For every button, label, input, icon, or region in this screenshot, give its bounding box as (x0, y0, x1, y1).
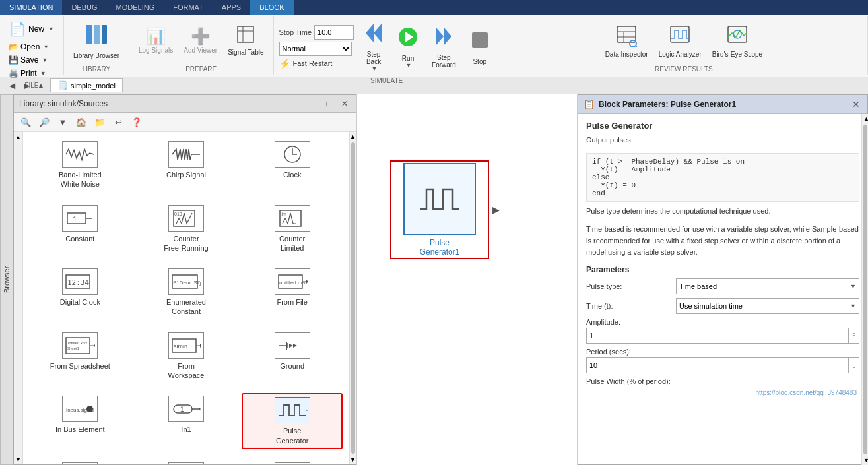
new-button[interactable]: 📄 New ▼ (5, 18, 58, 40)
menu-tab-format[interactable]: FORMAT (164, 0, 213, 15)
canvas-pulse-generator-block[interactable]: ▶ PulseGenerator1 (390, 160, 489, 259)
ground-icon (275, 332, 310, 359)
lib-dropdown-button[interactable]: ▼ (55, 115, 71, 129)
add-viewer-button[interactable]: ➕ Add Viewer (180, 24, 221, 57)
nav-forward-button[interactable]: ▶ (20, 79, 33, 92)
lib-item-enumerated-constant[interactable]: S1DemoSign.Positive EnumeratedConstant (136, 266, 237, 319)
counter-limited-icon: lim (275, 205, 310, 232)
svg-point-56 (86, 406, 93, 412)
panel-minimize-button[interactable]: — (307, 98, 319, 109)
svg-marker-45 (94, 344, 95, 348)
model-tab[interactable]: 🗒️ simple_model (50, 78, 123, 92)
svg-rect-3 (238, 26, 253, 42)
lib-item-clock[interactable]: Clock (242, 139, 343, 192)
lib-scroll-up[interactable]: ▲ (15, 133, 22, 140)
lib-nav-back-button[interactable]: ↩ (110, 115, 126, 129)
lib-scroll-right-down[interactable]: ▼ (349, 455, 356, 464)
lib-item-in1[interactable]: 1 In1 (136, 393, 237, 449)
print-button[interactable]: 🖨️ Print ▼ (5, 67, 58, 79)
lib-home-button[interactable]: 🏠 (73, 115, 89, 129)
lib-item-counter-limited[interactable]: lim CounterLimited (242, 202, 343, 256)
lib-item-random-number[interactable]: RandomNumber (136, 460, 237, 464)
time-control[interactable]: Use simulation time ▼ (676, 298, 859, 314)
pulse-type-control[interactable]: Time based ▼ (676, 278, 859, 294)
stop-time-input[interactable] (314, 25, 354, 40)
pulse-width-label: Pulse Width (% of period): (586, 377, 859, 385)
amplitude-input[interactable] (587, 328, 848, 343)
params-scroll-up[interactable]: ▲ (862, 114, 868, 123)
nav-back-button[interactable]: ◀ (5, 79, 18, 92)
step-back-button[interactable]: StepBack ▼ (359, 18, 388, 75)
library-toolbar: 🔍 🔎 ▼ 🏠 📁 ↩ ❓ (14, 113, 356, 132)
signal-table-button[interactable]: Signal Table (224, 22, 267, 59)
param-section-period: Period (secs): ⋮ (586, 348, 859, 373)
panel-maximize-button[interactable]: □ (323, 98, 335, 109)
lib-item-ground[interactable]: Ground (242, 330, 343, 383)
logic-analyzer-icon (668, 24, 692, 49)
amplitude-menu-button[interactable]: ⋮ (848, 328, 859, 344)
mode-select[interactable]: Normal Accelerator Rapid Accelerator (279, 42, 352, 56)
params-close-button[interactable]: ✕ (850, 98, 862, 110)
menu-tab-block[interactable]: BLOCK (250, 0, 293, 15)
new-dropdown-arrow: ▼ (48, 26, 54, 32)
period-input-row: ⋮ (586, 357, 859, 373)
lib-search-button[interactable]: 🔍 (18, 115, 34, 129)
lib-item-from-file[interactable]: untitled.mat From File (242, 266, 343, 319)
lib-item-ramp[interactable]: Ramp (30, 460, 131, 464)
panel-close-button[interactable]: ✕ (339, 98, 351, 109)
lib-item-constant[interactable]: 1 Constant (30, 202, 131, 256)
lib-item-chirp-signal[interactable]: Chirp Signal (136, 139, 237, 192)
breadcrumb-nav: ◀ ▶ ▲ (5, 79, 48, 92)
params-block-name: Pulse Generator (586, 121, 859, 131)
library-content: Band-LimitedWhite Noise Chirp Signal (23, 132, 349, 464)
chirp-signal-label: Chirp Signal (166, 170, 206, 179)
lib-zoom-in-button[interactable]: 🔎 (36, 115, 52, 129)
lib-item-counter-free-running[interactable]: 010 CounterFree-Running (136, 202, 237, 256)
lib-item-pulse-generator[interactable]: PulseGenerator (242, 393, 343, 449)
params-pulse-type-desc: Pulse type determines the computational … (586, 206, 859, 218)
menu-tab-debug[interactable]: DEBUG (62, 0, 106, 15)
params-description: Output pulses: (586, 135, 859, 146)
data-inspector-icon (615, 24, 638, 49)
lib-item-band-limited-white-noise[interactable]: Band-LimitedWhite Noise (30, 139, 131, 192)
svg-marker-60 (199, 407, 201, 411)
lib-item-digital-clock[interactable]: 12:34 Digital Clock (30, 266, 131, 319)
lib-item-in-bus-element[interactable]: Inbus.signal In Bus Element (30, 393, 131, 449)
library-browser-button[interactable]: Library Browser (69, 20, 123, 62)
data-inspector-button[interactable]: Data Inspector (601, 21, 652, 61)
menu-tab-simulation[interactable]: SIMULATION (0, 0, 62, 15)
lib-item-from-workspace[interactable]: simin FromWorkspace (136, 330, 237, 383)
period-menu-button[interactable]: ⋮ (848, 357, 859, 373)
save-button[interactable]: 💾 Save ▼ (5, 54, 58, 66)
lib-scroll-down[interactable]: ▼ (15, 456, 22, 463)
period-input[interactable] (587, 358, 848, 373)
run-button[interactable]: Run ▼ (393, 22, 422, 71)
logic-analyzer-button[interactable]: Logic Analyzer (655, 21, 706, 61)
canvas-block-inner (403, 163, 476, 235)
birds-eye-scope-button[interactable]: Bird's-Eye Scope (708, 21, 766, 61)
ribbon-section-review-results: Data Inspector Logic Analyzer (500, 16, 868, 75)
ribbon-section-file: 📄 New ▼ 📂 Open ▼ 💾 Save ▼ 🖨️ Print (0, 16, 64, 75)
log-signals-button[interactable]: 📊 Log Signals (135, 24, 177, 57)
menu-tab-apps[interactable]: APPS (213, 0, 250, 15)
canvas-block-svg (417, 183, 463, 216)
fast-restart-label: Fast Restart (293, 59, 333, 67)
lib-folder-button[interactable]: 📁 (92, 115, 108, 129)
menu-tab-modeling[interactable]: MODELING (107, 0, 164, 15)
lib-help-button[interactable]: ❓ (129, 115, 145, 129)
counter-free-running-label: CounterFree-Running (164, 234, 208, 253)
step-back-icon (363, 21, 384, 49)
stop-button[interactable]: Stop (465, 26, 494, 68)
step-forward-button[interactable]: StepForward (428, 22, 460, 71)
lib-item-repeating-sequence[interactable]: RepeatingSequence (242, 460, 343, 464)
params-scroll-down[interactable]: ▼ (862, 456, 868, 465)
open-button[interactable]: 📂 Open ▼ (5, 41, 58, 53)
review-results-section-label: REVIEW RESULTS (655, 63, 713, 73)
nav-up-button[interactable]: ▲ (34, 79, 48, 92)
lib-scroll-right-up[interactable]: ▲ (349, 132, 356, 141)
model-tab-icon: 🗒️ (57, 80, 68, 90)
browser-tab[interactable]: Browser (0, 94, 13, 465)
lib-item-from-spreadsheet[interactable]: untitled.xlsx Sheet1 From Spreadsheet (30, 330, 131, 383)
enumerated-constant-icon: S1DemoSign.Positive (168, 268, 204, 295)
new-icon: 📄 (9, 21, 26, 37)
